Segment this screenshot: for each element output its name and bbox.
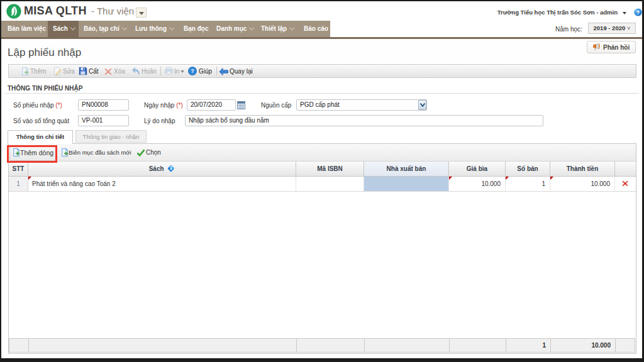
svg-text:?: ?: [191, 68, 194, 74]
svg-text:?: ?: [636, 9, 640, 16]
